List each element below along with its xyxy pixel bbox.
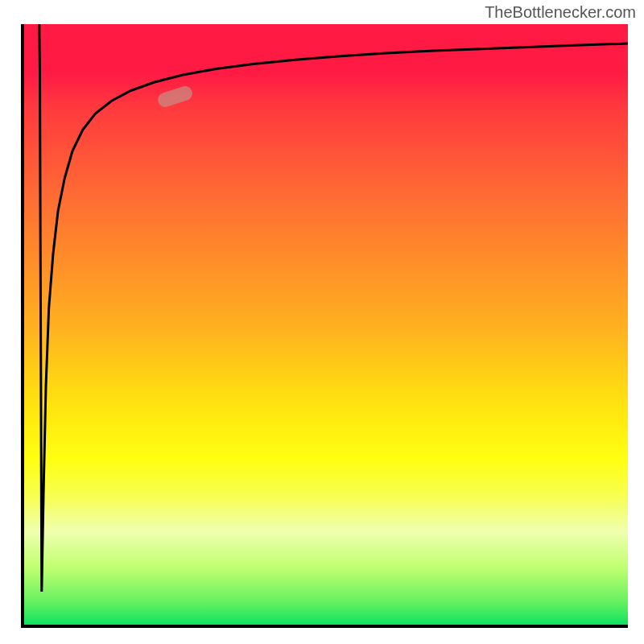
- bottleneck-curve: [39, 24, 628, 592]
- curve-svg: [24, 24, 628, 628]
- svg-rect-0: [156, 85, 194, 109]
- attribution-text: TheBottlenecker.com: [485, 3, 636, 22]
- curve-marker: [156, 85, 194, 109]
- chart-stage: TheBottlenecker.com: [0, 0, 644, 644]
